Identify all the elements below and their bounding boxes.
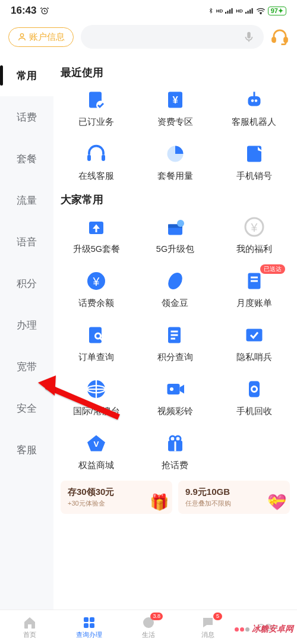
shield-icon — [242, 323, 266, 347]
svg-rect-59 — [84, 623, 89, 628]
svg-rect-2 — [228, 11, 229, 14]
svg-text:¥: ¥ — [250, 221, 257, 234]
service-item-headset[interactable]: 在线客服 — [57, 142, 136, 182]
user-icon — [17, 32, 27, 42]
service-item-list-doc[interactable]: 积分查询 — [136, 323, 215, 363]
yen-circle-icon: ¥ — [242, 215, 266, 239]
sidebar-item-common[interactable]: 常用 — [0, 55, 53, 96]
item-label: 国际/港澳台 — [73, 406, 120, 417]
svg-point-10 — [20, 34, 23, 37]
svg-rect-60 — [90, 623, 94, 628]
nav-life[interactable]: 3.8 生活 — [119, 610, 178, 644]
item-label: 手机销号 — [236, 171, 272, 182]
yen-solid-icon: ¥ — [84, 269, 108, 293]
item-label: 已订业务 — [78, 116, 114, 128]
service-item-price-tag[interactable]: ¥ 资费专区 — [136, 88, 215, 128]
service-item-pie[interactable]: 套餐用量 — [136, 142, 215, 182]
status-time: 16:43 — [11, 5, 36, 17]
svg-rect-57 — [84, 617, 89, 622]
service-item-search-doc[interactable]: 订单查询 — [57, 323, 136, 363]
svg-rect-8 — [251, 8, 252, 14]
item-badge: 已送达 — [260, 264, 285, 274]
svg-rect-3 — [229, 10, 230, 14]
globe-icon — [84, 377, 108, 401]
sidebar-item-data[interactable]: 流量 — [0, 179, 53, 221]
svg-point-34 — [165, 270, 185, 292]
list-doc-icon — [163, 323, 187, 347]
item-label: 客服机器人 — [232, 116, 276, 128]
svg-rect-22 — [87, 155, 91, 162]
service-item-bean[interactable]: 领金豆 — [136, 269, 215, 309]
category-sidebar: 常用 话费 套餐 流量 语音 积分 办理 宽带 安全 客服 — [0, 55, 53, 610]
item-label: 话费余额 — [78, 298, 114, 309]
service-item-vip[interactable]: V 权益商城 — [57, 431, 136, 471]
sidebar-item-service[interactable]: 客服 — [0, 429, 53, 471]
section-title-popular: 大家常用 — [57, 182, 293, 215]
svg-rect-44 — [246, 329, 262, 342]
mic-icon[interactable] — [242, 30, 255, 43]
service-item-gift[interactable]: 抢话费 — [136, 431, 215, 471]
nav-home[interactable]: 首页 — [0, 610, 59, 644]
sidebar-item-balance[interactable]: 话费 — [0, 96, 53, 138]
sidebar-item-plan[interactable]: 套餐 — [0, 138, 53, 179]
promo-card-2[interactable]: 9.9元10GB 任意叠加不限购 💝 — [178, 481, 290, 514]
service-item-video[interactable]: 视频彩铃 — [136, 377, 215, 417]
nav-query[interactable]: 查询办理 — [59, 610, 119, 644]
price-tag-icon: ¥ — [163, 88, 187, 112]
svg-rect-36 — [251, 277, 258, 279]
section-title-recent: 最近使用 — [57, 55, 293, 88]
sidebar-item-security[interactable]: 安全 — [0, 387, 53, 429]
sidebar-item-voice[interactable]: 语音 — [0, 221, 53, 263]
svg-rect-21 — [253, 92, 255, 97]
account-info-button[interactable]: 账户信息 — [8, 27, 74, 47]
upgrade-icon — [84, 215, 108, 239]
sidebar-item-broadband[interactable]: 宽带 — [0, 346, 53, 387]
signal-icon-2 — [245, 7, 254, 14]
battery-indicator: 97✦ — [268, 7, 286, 15]
service-item-upgrade[interactable]: 升级5G套餐 — [57, 215, 136, 255]
doc-check-icon — [84, 88, 108, 112]
nav-badge: 3.8 — [150, 613, 163, 620]
svg-rect-12 — [273, 37, 276, 42]
service-item-doc-check[interactable]: 已订业务 — [57, 88, 136, 128]
svg-rect-5 — [245, 12, 247, 14]
cancel-icon — [242, 142, 266, 166]
svg-rect-23 — [102, 155, 105, 162]
svg-rect-6 — [247, 11, 248, 14]
svg-rect-58 — [90, 617, 94, 622]
service-item-yen-solid[interactable]: ¥ 话费余额 — [57, 269, 136, 309]
svg-rect-53 — [174, 441, 176, 452]
svg-point-9 — [260, 14, 261, 14]
item-label: 领金豆 — [162, 298, 188, 309]
nav-messages[interactable]: 5 消息 — [178, 610, 238, 644]
robot-icon — [242, 88, 266, 112]
service-item-bill[interactable]: 已送达 月度账单 — [214, 269, 293, 309]
promo-row: 存30领30元 +30元体验金 🎁 9.9元10GB 任意叠加不限购 💝 — [57, 471, 293, 514]
svg-rect-41 — [170, 331, 178, 333]
service-item-robot[interactable]: 客服机器人 — [214, 88, 293, 128]
svg-point-48 — [170, 387, 173, 391]
svg-rect-43 — [170, 338, 175, 340]
sidebar-item-handle[interactable]: 办理 — [0, 304, 53, 346]
service-item-shield[interactable]: 隐私哨兵 — [214, 323, 293, 363]
promo-gift-icon: 💝 — [267, 493, 286, 512]
item-label: 视频彩铃 — [157, 406, 193, 417]
customer-service-icon[interactable] — [271, 28, 289, 46]
item-label: 抢话费 — [162, 460, 188, 471]
svg-rect-37 — [251, 280, 258, 282]
wifi-icon — [256, 7, 266, 14]
service-item-yen-circle[interactable]: ¥ 我的福利 — [214, 215, 293, 255]
svg-text:¥: ¥ — [172, 94, 178, 105]
svg-rect-49 — [249, 381, 260, 397]
service-item-cancel[interactable]: 手机销号 — [214, 142, 293, 182]
service-item-globe[interactable]: 国际/港澳台 — [57, 377, 136, 417]
item-label: 资费专区 — [157, 116, 193, 128]
search-input[interactable] — [81, 25, 264, 49]
promo-gift-icon: 🎁 — [150, 493, 169, 512]
service-item-recycle[interactable]: 手机回收 — [214, 377, 293, 417]
svg-rect-4 — [232, 8, 233, 14]
service-item-gift-g[interactable]: 5G升级包 — [136, 215, 215, 255]
alarm-icon — [40, 6, 49, 15]
sidebar-item-points[interactable]: 积分 — [0, 263, 53, 304]
promo-card-1[interactable]: 存30领30元 +30元体验金 🎁 — [61, 481, 172, 514]
